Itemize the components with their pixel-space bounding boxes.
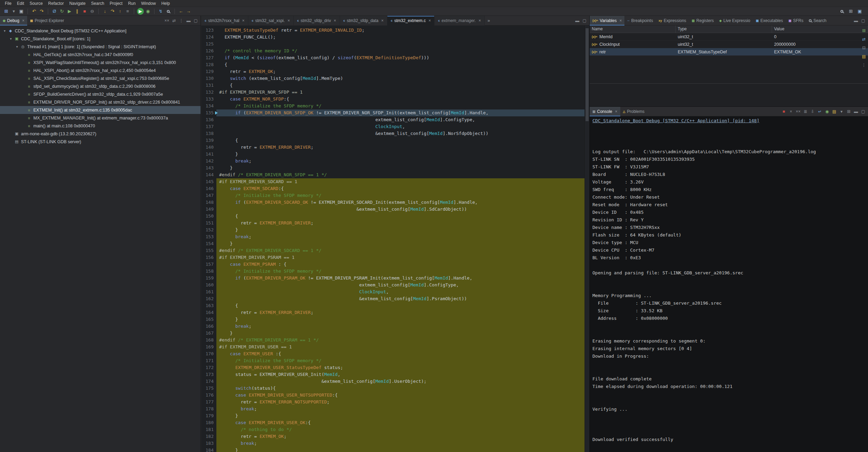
code-line[interactable]: 138 &extmem_list_config[MemId].NorSfdpOb… (201, 130, 585, 137)
tree-item[interactable]: ≡main() at main.c:108 0x8000470 (0, 122, 201, 130)
tree-item[interactable]: ≡sfpd_set_dummycycle() at stm32_sfdp_dat… (0, 82, 201, 90)
restart-icon[interactable]: ↻ (58, 8, 65, 15)
tree-item[interactable]: ≡HAL_XSPI_Abort() at stm32h7rsxx_hal_xsp… (0, 66, 201, 74)
tab-expressions[interactable]: xyExpressions (656, 16, 689, 25)
tree-item[interactable]: ≡XSPI_WaitFlagStateUntilTimeout() at stm… (0, 59, 201, 66)
code-line[interactable]: 137 ClockInput, (201, 123, 585, 130)
disconnect-icon[interactable]: ⊖ (89, 8, 96, 15)
show-logical-structure-icon[interactable]: ⇄ (861, 36, 867, 42)
tab-search[interactable]: Search (806, 16, 829, 25)
menu-item-run[interactable]: Run (125, 0, 138, 7)
tab-extmem-manager-[interactable]: cextmem_manager.× (435, 16, 485, 25)
tab-console[interactable]: ▥Console× (590, 107, 620, 116)
code-line[interactable]: 132#if EXTMEM_DRIVER_NOR_SFDP == 1 (201, 89, 585, 96)
code-line[interactable]: 180 case EXTMEM_DRIVER_USER_OK:{ (201, 419, 585, 426)
menu-item-help[interactable]: Help (159, 0, 173, 7)
step-return-icon[interactable]: ↑ (117, 8, 124, 15)
menu-item-navigate[interactable]: Navigate (66, 0, 88, 7)
code-line[interactable]: 142 break; (201, 158, 585, 165)
word-wrap-icon[interactable]: ↵ (817, 108, 823, 115)
tab-debug[interactable]: ◉Debug× (0, 16, 27, 25)
open-console-dropdown-icon[interactable]: ⊞ (846, 108, 852, 115)
code-line[interactable]: 161 ClockInput, (201, 288, 585, 295)
forward-icon[interactable]: → (185, 8, 192, 15)
menu-item-edit[interactable]: Edit (14, 0, 27, 7)
minimize-icon[interactable]: ▬ (853, 18, 859, 24)
show-on-output-icon[interactable]: ▤ (831, 108, 837, 115)
pin-console-icon[interactable]: ◉ (824, 108, 830, 115)
add-expression-icon[interactable]: ▤ (861, 53, 867, 60)
remove-all-terminated-icon[interactable]: ×× (164, 18, 170, 24)
tree-item[interactable]: ≡MX_EXTMEM_MANAGER_Init() at extmem_mana… (0, 114, 201, 122)
step-over-icon[interactable]: ↷ (109, 8, 116, 15)
code-line[interactable]: 124 EXTMEM_FUNC_CALL(); (201, 34, 585, 41)
code-line[interactable]: 152 } (201, 227, 585, 233)
menu-item-source[interactable]: Source (27, 0, 45, 7)
code-line[interactable]: 136 extmem_list_config[MemId].ConfigType… (201, 116, 585, 123)
code-line[interactable]: 133 case EXTMEM_NOR_SFDP:{ (201, 96, 585, 103)
tree-item[interactable]: ≡SFDP_BuildGenericDriver() at stm32_sfdp… (0, 90, 201, 98)
console-process-link[interactable]: CDC_Standalone_Boot Debug [STM32 C/C++ A… (592, 118, 759, 123)
variables-detail-divider[interactable] (590, 83, 868, 84)
code-line[interactable]: 126 /* control the memory ID */ (201, 48, 585, 54)
close-icon[interactable]: × (619, 18, 622, 23)
chevron-down-icon[interactable]: ▾ (2, 29, 7, 33)
code-line[interactable]: 162 &extmem_list_config[MemId].PsramObje… (201, 295, 585, 302)
minimize-icon[interactable]: ▬ (185, 18, 192, 24)
close-icon[interactable]: × (428, 18, 431, 23)
code-line[interactable]: 131 { (201, 82, 585, 89)
code-line[interactable]: 165 } (201, 316, 585, 323)
column-header-type[interactable]: Type (676, 25, 772, 33)
code-line[interactable]: 181 /* nothing to do */ (201, 426, 585, 433)
code-line[interactable]: 147 /* Initialize the SFDP memory */ (201, 192, 585, 199)
tree-item[interactable]: ▾▣CDC_Standalone_Boot.elf [cores: 1] (0, 35, 201, 43)
suspend-icon[interactable]: ∥ (74, 8, 81, 15)
menu-item-project[interactable]: Project (107, 0, 125, 7)
tree-item[interactable]: ≡HAL_GetTick() at stm32h7rsxx_hal.c:347 … (0, 51, 201, 59)
code-line[interactable]: 172 EXTMEM_DRIVER_USER_StatusTypeDef sta… (201, 364, 585, 371)
menu-item-file[interactable]: File (2, 0, 14, 7)
code-line[interactable]: 178 break; (201, 406, 585, 412)
code-line[interactable]: 155#endif /* EXTMEM_DRIVER_SDCARD == 1 *… (201, 247, 585, 254)
search-icon[interactable] (838, 8, 845, 15)
close-icon[interactable]: × (615, 109, 618, 114)
tab-sfrs[interactable]: ▦SFRs (786, 16, 806, 25)
code-line[interactable]: 144#endif /* EXTMEM_DRIVER_NOR_SFDP == 1… (201, 171, 585, 178)
minimize-icon[interactable]: ▬ (574, 18, 580, 24)
close-icon[interactable]: × (479, 18, 481, 23)
minimize-icon[interactable]: ▬ (853, 108, 859, 115)
maximize-icon[interactable]: ▢ (193, 18, 199, 24)
code-line[interactable]: 167 } (201, 330, 585, 337)
variable-row[interactable]: (x)=retrEXTMEM_StatusTypeDefEXTMEM_OK (590, 48, 868, 56)
code-line[interactable]: 173 status = EXTMEM_DRIVER_USER_Init(Mem… (201, 371, 585, 378)
flash-download-icon[interactable]: ↯ (157, 8, 164, 15)
maximize-icon[interactable]: ▢ (860, 108, 866, 115)
code-line[interactable]: 171 /* Initialize the SFDP memory */ (201, 357, 585, 364)
variable-row[interactable]: (x)=MemIduint32_t0 (590, 33, 868, 41)
new-dropdown-icon[interactable]: ▾ (10, 8, 17, 15)
undo-icon[interactable]: ↶ (31, 8, 37, 15)
tab-variables[interactable]: (x)=Variables× (590, 16, 624, 25)
chevron-down-icon[interactable]: ▾ (14, 45, 20, 49)
scrollbar-thumb[interactable] (586, 28, 589, 121)
code-line[interactable]: 150 { (201, 213, 585, 220)
open-perspective-icon[interactable]: ⊞ (847, 8, 854, 15)
code-line[interactable]: 139 { (201, 137, 585, 144)
code-line[interactable]: 175 switch(status){ (201, 385, 585, 392)
skip-breakpoints-icon[interactable]: Ø (51, 8, 58, 15)
tree-item[interactable]: ≡EXTMEM_DRIVER_NOR_SFDP_Init() at stm32_… (0, 98, 201, 106)
code-line[interactable]: 169#if EXTMEM_DRIVER_USER == 1 (201, 344, 585, 350)
code-line[interactable]: 176 case EXTMEM_DRIVER_USER_NOTSUPPORTED… (201, 392, 585, 399)
code-line[interactable]: 143 } (201, 165, 585, 171)
view-menu-icon[interactable]: ⋮ (178, 18, 184, 24)
debug-bug-icon[interactable]: ◉ (144, 8, 151, 15)
tree-item[interactable]: ▣arm-none-eabi-gdb (13.2.90.20230627) (0, 130, 201, 138)
code-line[interactable]: 154 } (201, 240, 585, 247)
tree-item[interactable]: ≡SAL_XSPI_CheckStatusRegister() at stm32… (0, 74, 201, 82)
terminate-console-icon[interactable]: ■ (781, 108, 787, 115)
close-icon[interactable]: × (381, 18, 384, 23)
code-line[interactable]: 177 retr = EXTMEM_ERROR_NOTSUPPORTED; (201, 399, 585, 406)
save-icon[interactable]: ▣ (18, 8, 25, 15)
new-icon[interactable]: ⊞ (3, 8, 10, 15)
tab-breakpoints[interactable]: ◦◦Breakpoints (624, 16, 656, 25)
